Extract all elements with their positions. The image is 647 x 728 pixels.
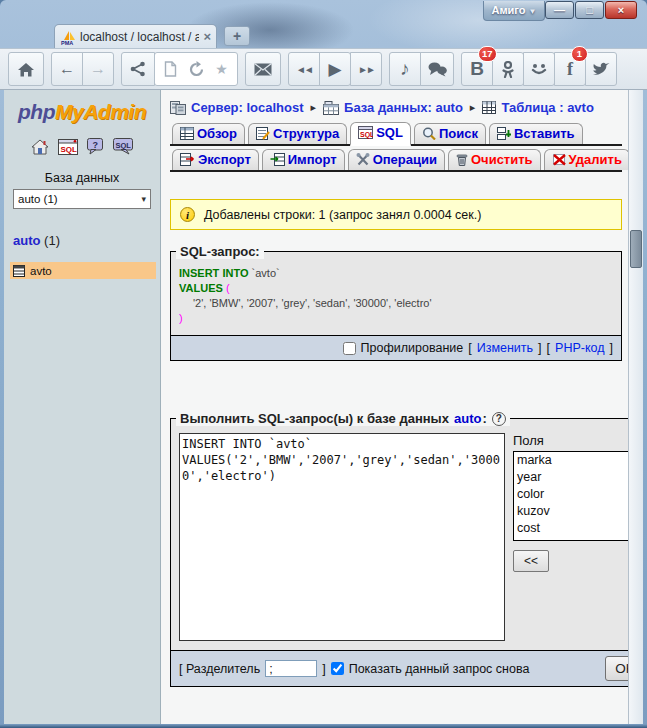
field-option[interactable]: kuzov: [514, 503, 628, 520]
edit-query-link[interactable]: Изменить: [477, 341, 533, 355]
tab-sql[interactable]: SQL SQL: [350, 122, 411, 146]
sql-query-fieldset: SQL-запрос: INSERT INTO `avto` VALUES ( …: [170, 244, 622, 361]
question-bubble-icon[interactable]: ?: [87, 138, 104, 155]
breadcrumb-separator-icon: ▸: [311, 101, 317, 114]
operations-icon: [356, 153, 370, 166]
select-arrow-icon: ▾: [141, 194, 146, 204]
share-button[interactable]: [121, 52, 155, 86]
rewind-button[interactable]: ◄◄: [288, 52, 320, 86]
tab-empty[interactable]: Очистить: [448, 149, 541, 170]
tab-search[interactable]: Поиск: [414, 123, 486, 144]
ok-button[interactable]: OK: [605, 656, 628, 681]
facebook-badge: 1: [571, 46, 588, 62]
pma-tabs-row1: Обзор Структура SQL: [170, 122, 622, 146]
odnoklassniki-button[interactable]: [492, 52, 524, 86]
close-button[interactable]: ×: [605, 1, 637, 19]
home-icon[interactable]: [31, 139, 49, 155]
vk-badge: 17: [478, 46, 497, 62]
back-icon: ←: [59, 60, 75, 78]
play-button[interactable]: ▶: [319, 52, 351, 86]
field-option[interactable]: cost: [514, 520, 628, 537]
twitter-bird-icon: [592, 62, 610, 76]
insert-icon: [497, 127, 511, 140]
vk-button[interactable]: В 17: [461, 52, 493, 86]
pma-main: Сервер: localhost ▸ База данных: auto ▸: [161, 90, 628, 724]
breadcrumb-server-link[interactable]: Сервер: localhost: [170, 100, 304, 115]
tab-close-icon[interactable]: ×: [203, 30, 211, 43]
tab-insert[interactable]: Вставить: [489, 123, 583, 144]
sql-textarea[interactable]: INSERT INTO `avto` VALUES('2','BMW','200…: [179, 433, 505, 641]
browse-icon: [180, 127, 194, 140]
help-icon[interactable]: ?: [492, 412, 506, 426]
delimiter-input[interactable]: [265, 660, 317, 677]
table-icon: [482, 101, 496, 114]
field-option[interactable]: marka: [514, 452, 628, 469]
forward-button[interactable]: →: [82, 52, 114, 86]
maximize-button[interactable]: □: [575, 1, 604, 19]
mail-button[interactable]: [245, 52, 281, 86]
browser-tab-strip: PMA localhost / localhost / auto / × +: [0, 22, 647, 48]
sidebar-db-link[interactable]: auto: [13, 233, 40, 248]
moimir-button[interactable]: [523, 52, 555, 86]
svg-text:SQL: SQL: [360, 131, 373, 139]
address-quick-box[interactable]: ★: [154, 52, 238, 86]
pma-tabs-row2: Экспорт Импорт Операции: [170, 149, 622, 172]
database-select[interactable]: auto (1) ▾: [13, 189, 151, 209]
sql-query-legend: SQL-запрос:: [176, 244, 264, 259]
tab-import[interactable]: Импорт: [262, 149, 345, 170]
profiling-checkbox[interactable]: [343, 342, 356, 355]
sql-window-icon[interactable]: SQL: [58, 139, 78, 155]
fast-forward-button[interactable]: ►►: [350, 52, 382, 86]
chevron-down-icon: ▼: [529, 7, 537, 16]
fields-listbox[interactable]: marka year color kuzov cost: [513, 451, 628, 541]
browser-tab[interactable]: PMA localhost / localhost / auto / ×: [54, 24, 217, 48]
breadcrumb-database-link[interactable]: База данных: auto: [323, 100, 463, 115]
insert-field-button[interactable]: <<: [513, 550, 549, 572]
tab-browse[interactable]: Обзор: [172, 123, 245, 144]
breadcrumb: Сервер: localhost ▸ База данных: auto ▸: [170, 100, 622, 115]
window-bottom-border: [0, 724, 647, 728]
minimize-button[interactable]: —: [545, 1, 574, 19]
field-option[interactable]: year: [514, 469, 628, 486]
mail-icon: [254, 63, 272, 76]
sql-tab-icon: SQL: [358, 126, 373, 139]
home-icon: [17, 61, 35, 78]
home-button[interactable]: [8, 52, 44, 86]
facebook-button[interactable]: f 1: [554, 52, 586, 86]
structure-icon: [256, 127, 270, 140]
notice-text: Добавлены строки: 1 (запрос занял 0.0004…: [204, 208, 481, 222]
new-tab-button[interactable]: +: [224, 26, 250, 46]
forward-icon: →: [90, 60, 106, 78]
breadcrumb-table-link[interactable]: Таблица : avto: [482, 100, 593, 115]
scrollbar[interactable]: [628, 90, 643, 724]
php-code-link[interactable]: PHP-код: [555, 341, 604, 355]
chat-bubbles-icon: [428, 62, 447, 77]
svg-text:PMA: PMA: [61, 40, 73, 45]
database-caption: База данных: [4, 171, 160, 185]
play-icon: ▶: [328, 59, 341, 80]
sql-code: INSERT INTO `avto` VALUES ( '2', 'BMW', …: [171, 259, 621, 335]
info-icon: i: [180, 207, 195, 222]
run-query-footer: [ Разделитель ] Показать данный запрос с…: [171, 650, 628, 686]
show-query-checkbox[interactable]: [331, 662, 344, 675]
bookmark-star-icon: ★: [215, 61, 228, 77]
tab-drop[interactable]: Удалить: [544, 149, 628, 170]
title-bar: Амиго ▼ — □ ×: [0, 0, 647, 22]
sidebar-table-avto[interactable]: avto: [10, 262, 156, 279]
scrollbar-thumb[interactable]: [630, 230, 642, 268]
tab-operations[interactable]: Операции: [348, 149, 445, 170]
back-button[interactable]: ←: [51, 52, 83, 86]
browser-menu-button[interactable]: Амиго ▼: [483, 1, 545, 21]
fields-caption: Поля: [513, 433, 628, 448]
field-option[interactable]: color: [514, 486, 628, 503]
tab-structure[interactable]: Структура: [248, 123, 347, 144]
sql-query-footer: Профилирование [ Изменить ] [ PHP-код ]: [171, 335, 621, 360]
phpmyadmin-logo: phpMyAdmin: [4, 100, 160, 124]
tab-export[interactable]: Экспорт: [172, 149, 259, 170]
music-button[interactable]: ♪: [389, 52, 421, 86]
twitter-button[interactable]: [585, 52, 617, 86]
sql-bubble-icon[interactable]: SQL: [113, 138, 133, 155]
chat-button[interactable]: [420, 52, 454, 86]
odnoklassniki-icon: [502, 61, 514, 78]
export-icon: [180, 153, 195, 166]
